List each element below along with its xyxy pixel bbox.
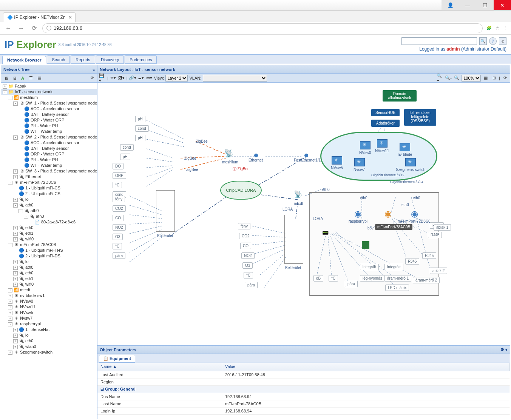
star-icon[interactable]: ☆	[496, 26, 499, 31]
browser-tab[interactable]: 🔷 IP Explorer - NETvisor Zr ✕	[3, 12, 76, 22]
tab-close-icon[interactable]: ✕	[68, 15, 72, 20]
url-text: 192.168.63.6	[54, 25, 82, 31]
reload-button[interactable]: ⟳	[29, 24, 39, 33]
user-button[interactable]: 👤	[442, 0, 459, 10]
menu-icon[interactable]: ⋮	[503, 26, 507, 31]
url-field[interactable]: ⓘ 192.168.63.6	[42, 23, 483, 33]
minimize-button[interactable]: —	[459, 0, 476, 10]
tab-favicon: 🔷	[7, 15, 13, 20]
info-icon: ⓘ	[46, 25, 51, 32]
close-button[interactable]: ✕	[494, 0, 511, 10]
forward-button[interactable]: →	[17, 24, 26, 33]
maximize-button[interactable]: ☐	[476, 0, 494, 10]
window-titlebar: 👤 — ☐ ✕	[0, 0, 511, 11]
browser-tabbar: 🔷 IP Explorer - NETvisor Zr ✕	[0, 11, 511, 22]
address-bar: ← → ⟳ ⓘ 192.168.63.6 🧩 ☆ ⋮	[0, 22, 511, 35]
back-button[interactable]: ←	[4, 24, 13, 33]
tab-title: IP Explorer - NETvisor Zr	[14, 15, 65, 20]
extension-icon[interactable]: 🧩	[486, 26, 492, 31]
